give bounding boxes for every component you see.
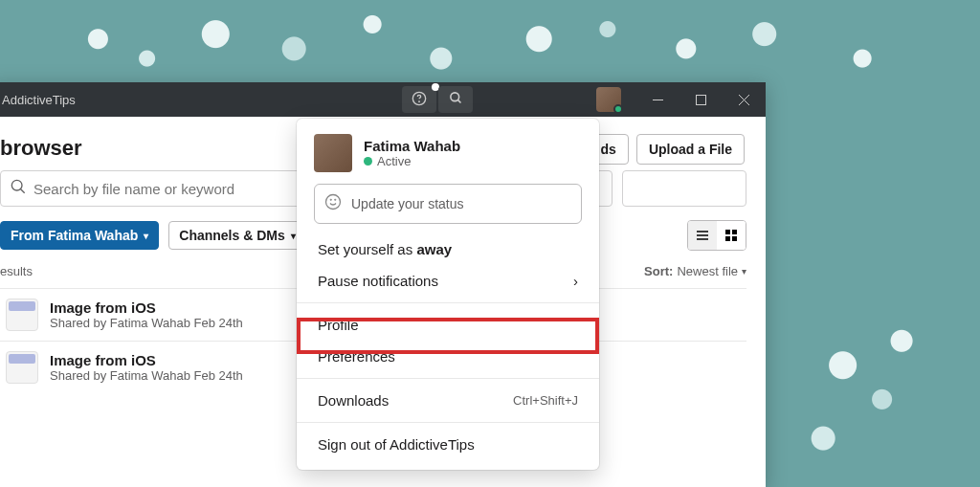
window-close-button[interactable] — [723, 82, 766, 117]
upload-file-button[interactable]: Upload a File — [636, 134, 745, 165]
svg-line-3 — [457, 100, 460, 102]
filter-label: From Fatima Wahab — [11, 228, 138, 243]
file-subtitle: Shared by Fatima Wahab Feb 24th — [50, 368, 243, 383]
chevron-down-icon: ▾ — [144, 231, 148, 241]
svg-rect-16 — [732, 236, 737, 241]
menu-separator — [297, 378, 599, 379]
svg-point-1 — [419, 101, 420, 102]
svg-point-2 — [450, 93, 458, 101]
menu-separator — [297, 422, 599, 423]
svg-point-8 — [11, 180, 22, 190]
smile-icon — [324, 193, 342, 214]
profile-status: Active — [364, 154, 460, 168]
sort-dropdown[interactable]: Sort: Newest file ▾ — [644, 264, 746, 278]
file-thumbnail — [6, 299, 38, 331]
user-avatar — [314, 134, 352, 172]
svg-rect-14 — [732, 230, 737, 234]
menu-label: Sign out of AddictiveTips — [318, 436, 475, 453]
chevron-down-icon: ▾ — [291, 231, 296, 241]
menu-profile[interactable]: Profile — [297, 309, 599, 341]
presence-dot — [613, 104, 623, 114]
profile-menu: Fatima Wahab Active Update your status S… — [297, 119, 599, 470]
view-toggle — [687, 220, 746, 251]
sort-label: Sort: — [644, 264, 673, 278]
search-icon — [449, 91, 463, 108]
app-window: AddictiveTips — [0, 82, 766, 487]
keyboard-shortcut: Ctrl+Shift+J — [513, 393, 578, 408]
status-placeholder: Update your status — [351, 196, 464, 211]
secondary-input[interactable] — [622, 170, 746, 207]
svg-rect-4 — [653, 100, 663, 100]
menu-label: Set yourself as away — [318, 241, 452, 257]
svg-rect-15 — [725, 236, 730, 241]
view-list-button[interactable] — [688, 221, 717, 250]
chevron-down-icon: ▾ — [742, 266, 746, 277]
menu-sign-out[interactable]: Sign out of AddictiveTips — [297, 429, 599, 460]
file-thumbnail — [6, 351, 38, 384]
menu-label: Preferences — [318, 348, 395, 365]
help-button[interactable] — [402, 86, 436, 113]
chevron-right-icon: › — [573, 273, 578, 289]
filter-label: Channels & DMs — [179, 228, 284, 243]
profile-header: Fatima Wahab Active — [297, 134, 599, 184]
filter-from-user[interactable]: From Fatima Wahab ▾ — [0, 221, 159, 250]
menu-label: Downloads — [318, 392, 389, 409]
update-status-button[interactable]: Update your status — [314, 184, 582, 224]
svg-rect-13 — [725, 230, 730, 234]
view-grid-button[interactable] — [717, 221, 746, 250]
menu-set-away[interactable]: Set yourself as away — [297, 233, 599, 265]
search-icon — [11, 179, 26, 198]
filter-channels-dms[interactable]: Channels & DMs ▾ — [168, 221, 305, 250]
menu-preferences[interactable]: Preferences — [297, 341, 599, 372]
menu-pause-notifications[interactable]: Pause notifications › — [297, 265, 599, 297]
titlebar: AddictiveTips — [0, 82, 766, 117]
menu-separator — [297, 302, 599, 303]
svg-rect-5 — [697, 95, 706, 104]
svg-point-19 — [335, 199, 336, 200]
results-header: esults — [0, 264, 33, 278]
window-maximize-button[interactable] — [679, 82, 723, 117]
window-title: AddictiveTips — [2, 93, 76, 107]
svg-point-18 — [330, 199, 331, 200]
status-text: Active — [377, 154, 411, 168]
window-minimize-button[interactable] — [636, 82, 679, 117]
svg-line-9 — [21, 189, 25, 193]
menu-label: Profile — [318, 317, 359, 333]
menu-downloads[interactable]: Downloads Ctrl+Shift+J — [297, 385, 599, 416]
search-button-titlebar[interactable] — [438, 86, 473, 113]
svg-point-17 — [326, 195, 341, 210]
presence-dot — [364, 157, 372, 166]
menu-label: Pause notifications — [318, 273, 438, 289]
file-title: Image from iOS — [50, 352, 243, 368]
user-avatar-titlebar[interactable] — [596, 87, 621, 112]
sort-value: Newest file — [677, 264, 738, 278]
file-subtitle: Shared by Fatima Wahab Feb 24th — [50, 316, 243, 330]
profile-name: Fatima Wahab — [364, 138, 460, 154]
file-title: Image from iOS — [50, 299, 243, 316]
help-icon — [412, 91, 427, 109]
